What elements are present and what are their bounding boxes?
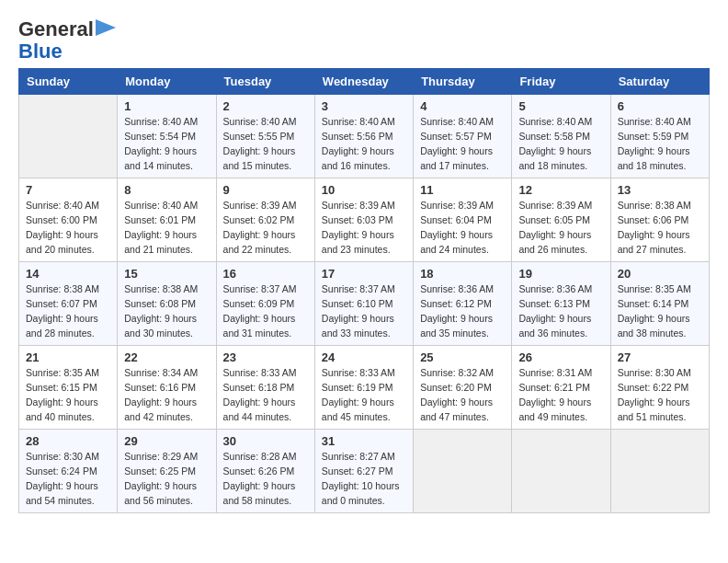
calendar-cell: 31Sunrise: 8:27 AMSunset: 6:27 PMDayligh…: [314, 430, 413, 513]
calendar-cell: 3Sunrise: 8:40 AMSunset: 5:56 PMDaylight…: [314, 95, 413, 178]
calendar-cell: 14Sunrise: 8:38 AMSunset: 6:07 PMDayligh…: [19, 262, 118, 346]
header-row: SundayMondayTuesdayWednesdayThursdayFrid…: [19, 69, 710, 95]
day-number: 27: [618, 350, 702, 364]
header-day-sunday: Sunday: [19, 69, 118, 95]
day-info: Sunrise: 8:40 AMSunset: 5:58 PMDaylight:…: [518, 115, 603, 173]
day-info: Sunrise: 8:28 AMSunset: 6:26 PMDaylight:…: [223, 450, 308, 508]
day-number: 2: [223, 99, 308, 113]
calendar-cell: 6Sunrise: 8:40 AMSunset: 5:59 PMDaylight…: [610, 95, 709, 178]
calendar-cell: 5Sunrise: 8:40 AMSunset: 5:58 PMDaylight…: [512, 95, 610, 178]
day-info: Sunrise: 8:39 AMSunset: 6:02 PMDaylight:…: [223, 199, 308, 257]
calendar-cell: 30Sunrise: 8:28 AMSunset: 6:26 PMDayligh…: [216, 430, 314, 513]
logo-arrow-icon: [96, 19, 116, 36]
page-header: General Blue: [18, 18, 710, 63]
day-number: 28: [26, 434, 110, 448]
day-info: Sunrise: 8:36 AMSunset: 6:13 PMDaylight:…: [518, 282, 603, 340]
calendar-cell: 18Sunrise: 8:36 AMSunset: 6:12 PMDayligh…: [414, 262, 512, 346]
day-info: Sunrise: 8:38 AMSunset: 6:07 PMDaylight:…: [26, 282, 110, 340]
day-number: 18: [420, 267, 505, 281]
logo: General Blue: [18, 18, 116, 63]
calendar-cell: 7Sunrise: 8:40 AMSunset: 6:00 PMDaylight…: [19, 178, 118, 262]
calendar-cell: 28Sunrise: 8:30 AMSunset: 6:24 PMDayligh…: [19, 430, 118, 513]
day-number: 14: [26, 267, 110, 281]
day-number: 29: [124, 434, 209, 448]
calendar-cell: 9Sunrise: 8:39 AMSunset: 6:02 PMDaylight…: [216, 178, 314, 262]
day-number: 22: [124, 350, 209, 364]
calendar-cell: 1Sunrise: 8:40 AMSunset: 5:54 PMDaylight…: [118, 95, 216, 178]
day-info: Sunrise: 8:40 AMSunset: 6:00 PMDaylight:…: [26, 199, 110, 257]
calendar-cell: 22Sunrise: 8:34 AMSunset: 6:16 PMDayligh…: [118, 346, 216, 430]
header-day-friday: Friday: [512, 69, 610, 95]
day-number: 4: [420, 99, 505, 113]
day-number: 10: [322, 183, 406, 197]
day-info: Sunrise: 8:29 AMSunset: 6:25 PMDaylight:…: [124, 450, 209, 508]
day-info: Sunrise: 8:40 AMSunset: 5:54 PMDaylight:…: [124, 115, 209, 173]
logo-text-general: General: [18, 18, 94, 40]
calendar-cell: 12Sunrise: 8:39 AMSunset: 6:05 PMDayligh…: [512, 178, 610, 262]
day-number: 5: [518, 99, 603, 113]
calendar-cell: [19, 95, 118, 178]
week-row-1: 1Sunrise: 8:40 AMSunset: 5:54 PMDaylight…: [19, 95, 710, 178]
day-number: 23: [223, 350, 308, 364]
day-info: Sunrise: 8:33 AMSunset: 6:19 PMDaylight:…: [322, 366, 406, 424]
day-number: 25: [420, 350, 505, 364]
calendar-cell: 27Sunrise: 8:30 AMSunset: 6:22 PMDayligh…: [610, 346, 709, 430]
calendar-cell: 25Sunrise: 8:32 AMSunset: 6:20 PMDayligh…: [414, 346, 512, 430]
week-row-2: 7Sunrise: 8:40 AMSunset: 6:00 PMDaylight…: [19, 178, 710, 262]
header-day-wednesday: Wednesday: [314, 69, 413, 95]
calendar-cell: [414, 430, 512, 513]
day-number: 21: [26, 350, 110, 364]
calendar-cell: 10Sunrise: 8:39 AMSunset: 6:03 PMDayligh…: [314, 178, 413, 262]
header-day-thursday: Thursday: [414, 69, 512, 95]
calendar-cell: 16Sunrise: 8:37 AMSunset: 6:09 PMDayligh…: [216, 262, 314, 346]
day-number: 20: [618, 267, 702, 281]
week-row-5: 28Sunrise: 8:30 AMSunset: 6:24 PMDayligh…: [19, 430, 710, 513]
calendar-cell: 11Sunrise: 8:39 AMSunset: 6:04 PMDayligh…: [414, 178, 512, 262]
day-info: Sunrise: 8:34 AMSunset: 6:16 PMDaylight:…: [124, 366, 209, 424]
day-info: Sunrise: 8:36 AMSunset: 6:12 PMDaylight:…: [420, 282, 505, 340]
day-info: Sunrise: 8:38 AMSunset: 6:08 PMDaylight:…: [124, 282, 209, 340]
calendar-cell: [512, 430, 610, 513]
day-number: 12: [518, 183, 603, 197]
calendar-cell: 19Sunrise: 8:36 AMSunset: 6:13 PMDayligh…: [512, 262, 610, 346]
day-info: Sunrise: 8:30 AMSunset: 6:24 PMDaylight:…: [26, 450, 110, 508]
calendar-cell: 23Sunrise: 8:33 AMSunset: 6:18 PMDayligh…: [216, 346, 314, 430]
calendar-cell: 13Sunrise: 8:38 AMSunset: 6:06 PMDayligh…: [610, 178, 709, 262]
day-number: 17: [322, 267, 406, 281]
calendar-cell: 29Sunrise: 8:29 AMSunset: 6:25 PMDayligh…: [118, 430, 216, 513]
day-number: 1: [124, 99, 209, 113]
day-number: 3: [322, 99, 406, 113]
day-number: 6: [618, 99, 702, 113]
day-info: Sunrise: 8:27 AMSunset: 6:27 PMDaylight:…: [322, 450, 406, 508]
calendar-cell: 24Sunrise: 8:33 AMSunset: 6:19 PMDayligh…: [314, 346, 413, 430]
calendar-cell: 17Sunrise: 8:37 AMSunset: 6:10 PMDayligh…: [314, 262, 413, 346]
day-number: 31: [322, 434, 406, 448]
day-info: Sunrise: 8:39 AMSunset: 6:05 PMDaylight:…: [518, 199, 603, 257]
calendar-cell: 15Sunrise: 8:38 AMSunset: 6:08 PMDayligh…: [118, 262, 216, 346]
calendar-cell: 21Sunrise: 8:35 AMSunset: 6:15 PMDayligh…: [19, 346, 118, 430]
header-day-tuesday: Tuesday: [216, 69, 314, 95]
day-info: Sunrise: 8:40 AMSunset: 5:55 PMDaylight:…: [223, 115, 308, 173]
day-info: Sunrise: 8:40 AMSunset: 5:56 PMDaylight:…: [322, 115, 406, 173]
calendar-cell: 8Sunrise: 8:40 AMSunset: 6:01 PMDaylight…: [118, 178, 216, 262]
week-row-4: 21Sunrise: 8:35 AMSunset: 6:15 PMDayligh…: [19, 346, 710, 430]
day-number: 15: [124, 267, 209, 281]
day-info: Sunrise: 8:37 AMSunset: 6:10 PMDaylight:…: [322, 282, 406, 340]
day-number: 7: [26, 183, 110, 197]
day-number: 19: [518, 267, 603, 281]
day-info: Sunrise: 8:40 AMSunset: 5:59 PMDaylight:…: [618, 115, 702, 173]
calendar-cell: 26Sunrise: 8:31 AMSunset: 6:21 PMDayligh…: [512, 346, 610, 430]
calendar-cell: 20Sunrise: 8:35 AMSunset: 6:14 PMDayligh…: [610, 262, 709, 346]
day-info: Sunrise: 8:40 AMSunset: 5:57 PMDaylight:…: [420, 115, 505, 173]
day-number: 11: [420, 183, 505, 197]
day-number: 13: [618, 183, 702, 197]
day-info: Sunrise: 8:40 AMSunset: 6:01 PMDaylight:…: [124, 199, 209, 257]
calendar-cell: 2Sunrise: 8:40 AMSunset: 5:55 PMDaylight…: [216, 95, 314, 178]
day-info: Sunrise: 8:38 AMSunset: 6:06 PMDaylight:…: [618, 199, 702, 257]
day-number: 9: [223, 183, 308, 197]
calendar-cell: [610, 430, 709, 513]
week-row-3: 14Sunrise: 8:38 AMSunset: 6:07 PMDayligh…: [19, 262, 710, 346]
day-info: Sunrise: 8:35 AMSunset: 6:14 PMDaylight:…: [618, 282, 702, 340]
day-info: Sunrise: 8:35 AMSunset: 6:15 PMDaylight:…: [26, 366, 110, 424]
calendar-table: SundayMondayTuesdayWednesdayThursdayFrid…: [18, 68, 710, 513]
